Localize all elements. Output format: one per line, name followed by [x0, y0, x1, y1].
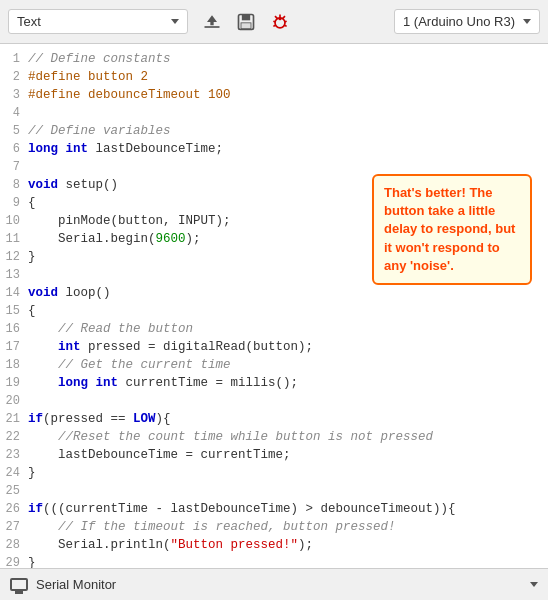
code-editor[interactable]: 1// Define constants2#define button 23#d… [0, 44, 548, 568]
board-selector-area: 1 (Arduino Uno R3) [394, 9, 540, 34]
table-row: 25 [0, 482, 548, 500]
line-content: // Get the current time [28, 356, 548, 374]
table-row: 16 // Read the button [0, 320, 548, 338]
annotation-text: That's better! The button take a little … [384, 185, 515, 273]
line-content: lastDebounceTime = currentTime; [28, 446, 548, 464]
line-number: 8 [0, 176, 28, 194]
table-row: 3#define debounceTimeout 100 [0, 86, 548, 104]
table-row: 20 [0, 392, 548, 410]
table-row: 2#define button 2 [0, 68, 548, 86]
line-number: 19 [0, 374, 28, 392]
line-number: 25 [0, 482, 28, 500]
table-row: 29} [0, 554, 548, 568]
upload-icon [202, 12, 222, 32]
svg-line-11 [273, 25, 276, 26]
upload-button[interactable] [200, 10, 224, 34]
line-content: } [28, 554, 548, 568]
line-content: // Define variables [28, 122, 548, 140]
line-content: //Reset the count time while button is n… [28, 428, 548, 446]
line-number: 9 [0, 194, 28, 212]
line-number: 4 [0, 104, 28, 122]
text-selector-chevron-icon [171, 19, 179, 24]
line-number: 23 [0, 446, 28, 464]
svg-line-9 [273, 21, 276, 22]
table-row: 23 lastDebounceTime = currentTime; [0, 446, 548, 464]
line-number: 2 [0, 68, 28, 86]
save-button[interactable] [234, 10, 258, 34]
line-number: 5 [0, 122, 28, 140]
table-row: 17 int pressed = digitalRead(button); [0, 338, 548, 356]
line-content: #define debounceTimeout 100 [28, 86, 548, 104]
line-number: 29 [0, 554, 28, 568]
table-row: 15{ [0, 302, 548, 320]
line-number: 1 [0, 50, 28, 68]
line-content: // If the timeout is reached, button pre… [28, 518, 548, 536]
line-number: 18 [0, 356, 28, 374]
line-number: 10 [0, 212, 28, 230]
table-row: 22 //Reset the count time while button i… [0, 428, 548, 446]
line-number: 22 [0, 428, 28, 446]
line-number: 26 [0, 500, 28, 518]
line-content: int pressed = digitalRead(button); [28, 338, 548, 356]
table-row: 27 // If the timeout is reached, button … [0, 518, 548, 536]
line-content: if(((currentTime - lastDebounceTime) > d… [28, 500, 548, 518]
line-number: 27 [0, 518, 28, 536]
line-number: 14 [0, 284, 28, 302]
line-content: long int lastDebounceTime; [28, 140, 548, 158]
line-number: 20 [0, 392, 28, 410]
debug-icon [270, 12, 290, 32]
svg-point-13 [278, 17, 281, 20]
text-selector-label: Text [17, 14, 41, 29]
table-row: 26if(((currentTime - lastDebounceTime) >… [0, 500, 548, 518]
table-row: 18 // Get the current time [0, 356, 548, 374]
svg-line-8 [283, 16, 286, 19]
line-content: void loop() [28, 284, 548, 302]
status-bar-chevron-icon [530, 582, 538, 587]
svg-line-12 [284, 25, 287, 26]
board-selector[interactable]: 1 (Arduino Uno R3) [394, 9, 540, 34]
serial-monitor-icon [10, 578, 28, 591]
text-selector[interactable]: Text [8, 9, 188, 34]
table-row: 6long int lastDebounceTime; [0, 140, 548, 158]
line-content: #define button 2 [28, 68, 548, 86]
line-number: 28 [0, 536, 28, 554]
line-content: long int currentTime = millis(); [28, 374, 548, 392]
table-row: 24} [0, 464, 548, 482]
table-row: 5// Define variables [0, 122, 548, 140]
line-number: 13 [0, 266, 28, 284]
line-number: 11 [0, 230, 28, 248]
line-number: 24 [0, 464, 28, 482]
line-number: 16 [0, 320, 28, 338]
table-row: 28 Serial.println("Button pressed!"); [0, 536, 548, 554]
board-selector-label: 1 (Arduino Uno R3) [403, 14, 515, 29]
svg-rect-0 [205, 26, 220, 28]
svg-line-7 [275, 16, 278, 19]
line-content: { [28, 302, 548, 320]
line-content: } [28, 464, 548, 482]
line-content: // Read the button [28, 320, 548, 338]
svg-rect-3 [242, 14, 250, 20]
line-number: 6 [0, 140, 28, 158]
table-row: 14void loop() [0, 284, 548, 302]
status-bar[interactable]: Serial Monitor [0, 568, 548, 600]
serial-monitor-label: Serial Monitor [36, 577, 116, 592]
line-number: 7 [0, 158, 28, 176]
toolbar: Text [0, 0, 548, 44]
line-number: 3 [0, 86, 28, 104]
line-content: if(pressed == LOW){ [28, 410, 548, 428]
table-row: 19 long int currentTime = millis(); [0, 374, 548, 392]
svg-marker-1 [207, 15, 217, 25]
table-row: 21if(pressed == LOW){ [0, 410, 548, 428]
toolbar-icons [200, 10, 292, 34]
table-row: 4 [0, 104, 548, 122]
board-selector-chevron-icon [523, 19, 531, 24]
line-content: Serial.println("Button pressed!"); [28, 536, 548, 554]
svg-line-10 [284, 21, 287, 22]
save-icon [236, 12, 256, 32]
line-number: 17 [0, 338, 28, 356]
debug-button[interactable] [268, 10, 292, 34]
line-number: 15 [0, 302, 28, 320]
line-number: 21 [0, 410, 28, 428]
line-content: // Define constants [28, 50, 548, 68]
line-number: 12 [0, 248, 28, 266]
